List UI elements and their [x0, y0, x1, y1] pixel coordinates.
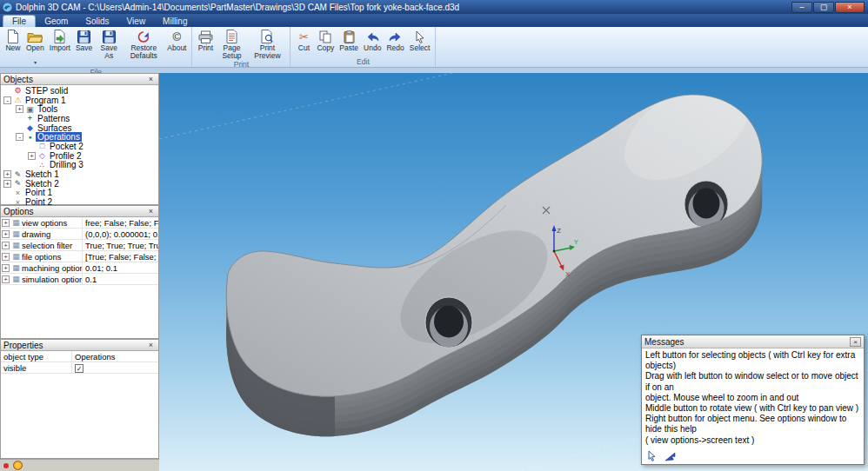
option-grid-icon	[11, 275, 21, 283]
page-setup-button[interactable]: Page Setup	[216, 28, 247, 60]
printer-icon	[198, 29, 213, 44]
print-preview-button[interactable]: Print Preview	[247, 28, 287, 60]
objects-panel-close-icon[interactable]: ×	[146, 75, 156, 83]
tab-view[interactable]: View	[118, 16, 155, 27]
ribbon-group-file: New Open Import	[0, 27, 192, 67]
expand-expander-icon[interactable]	[2, 242, 10, 249]
tree-item-point-2[interactable]: Point 2	[1, 197, 158, 205]
collapse-expander-icon[interactable]	[3, 96, 11, 104]
undo-button[interactable]: Undo	[361, 28, 384, 57]
tree-item-patterns[interactable]: Patterns	[1, 114, 158, 123]
sidebar-bottom-bar	[0, 459, 159, 471]
tab-geom[interactable]: Geom	[36, 16, 77, 27]
expand-expander-icon[interactable]	[2, 219, 10, 227]
open-button[interactable]: Open	[23, 28, 47, 68]
tree-item-sketch-2[interactable]: Sketch 2	[1, 179, 158, 189]
redo-arrow-icon	[389, 29, 403, 44]
tree-item-profile-2[interactable]: Profile 2	[1, 151, 158, 161]
property-row-visible: visible	[1, 362, 158, 374]
option-grid-icon	[11, 229, 21, 238]
drilling-icon	[37, 161, 47, 169]
maximize-button[interactable]: ▢	[813, 2, 834, 13]
point-icon	[13, 198, 23, 205]
properties-panel: Properties × object type Operations visi…	[0, 339, 159, 459]
tree-item-sketch-1[interactable]: Sketch 1	[1, 169, 158, 179]
redo-button[interactable]: Redo	[384, 28, 406, 57]
properties-panel-header: Properties ×	[1, 340, 158, 351]
pan-flag-icon[interactable]	[664, 451, 677, 461]
help-lifebuoy-icon[interactable]	[3, 463, 9, 468]
message-line: Middle button to rotate view ( with Ctrl…	[645, 403, 860, 414]
ribbon-toolbar: New Open Import	[0, 27, 868, 68]
collapse-expander-icon[interactable]	[16, 133, 23, 141]
option-row-machining-options[interactable]: machining options 0.01; 0.1	[1, 262, 158, 274]
visible-checkbox[interactable]	[75, 364, 83, 373]
new-button[interactable]: New	[3, 28, 23, 68]
save-floppy-icon	[77, 29, 90, 44]
tree-item-point-1[interactable]: Point 1	[1, 189, 158, 198]
cut-button[interactable]: Cut	[293, 28, 314, 57]
import-button[interactable]: Import	[47, 28, 73, 68]
title-bar: Dolphin 3D CAM - C:\Users\Admin-14\Docum…	[0, 0, 868, 14]
option-row-simulation-options[interactable]: simulation options 0.1	[1, 274, 158, 285]
expand-expander-icon[interactable]	[2, 230, 10, 238]
application-window: Dolphin 3D CAM - C:\Users\Admin-14\Docum…	[0, 0, 868, 471]
save-as-button[interactable]: Save As	[95, 28, 123, 68]
properties-panel-close-icon[interactable]: ×	[146, 341, 156, 349]
patterns-icon	[25, 114, 35, 123]
select-button[interactable]: Select	[407, 28, 433, 57]
expand-expander-icon[interactable]	[3, 180, 11, 188]
select-cursor-icon	[415, 29, 425, 44]
print-button[interactable]: Print	[195, 28, 216, 60]
tree-item-program-1[interactable]: Program 1	[1, 96, 158, 105]
expand-expander-icon[interactable]	[3, 170, 11, 178]
messages-body: Left button for selecting objects ( with…	[642, 348, 864, 448]
tree-item-operations[interactable]: Operations	[1, 132, 158, 142]
objects-panel-title: Objects	[3, 75, 33, 84]
tree-item-drilling-3[interactable]: Drilling 3	[1, 161, 158, 170]
ribbon-group-label-print: Print	[195, 60, 287, 70]
option-row-selection-filter[interactable]: selection filter True; True; True; True;…	[1, 240, 158, 251]
close-button[interactable]: ×	[835, 2, 865, 13]
messages-close-icon[interactable]: ×	[850, 337, 861, 347]
expand-expander-icon[interactable]	[2, 253, 10, 261]
message-line: ( view options->screen text )	[645, 435, 860, 446]
select-cursor-icon[interactable]	[647, 450, 658, 461]
save-button[interactable]: Save	[73, 28, 95, 68]
tab-milling[interactable]: Milling	[154, 16, 196, 27]
solid-icon	[13, 86, 23, 95]
minimize-button[interactable]: –	[791, 2, 812, 13]
tools-icon	[25, 105, 35, 114]
undo-arrow-icon	[365, 29, 379, 44]
tree-item-step-solid[interactable]: STEP solid	[1, 86, 158, 96]
open-dropdown-arrow[interactable]	[34, 52, 37, 68]
about-button[interactable]: About	[164, 28, 189, 68]
y-axis-label: Y	[574, 239, 578, 245]
paste-button[interactable]: Paste	[337, 28, 361, 57]
option-row-view-options[interactable]: view options free; False; False; False; …	[1, 217, 158, 229]
expand-expander-icon[interactable]	[2, 264, 10, 272]
message-line: Drag with left button to window select o…	[645, 371, 860, 392]
window-title: Dolphin 3D CAM - C:\Users\Admin-14\Docum…	[16, 3, 791, 12]
import-icon	[53, 29, 66, 44]
option-row-drawing[interactable]: drawing (0,0,0); 0.000001; 0.01; 0.1;	[1, 229, 158, 240]
messages-title-bar[interactable]: Messages ×	[642, 335, 864, 348]
warning-icon	[13, 96, 23, 104]
option-row-file-options[interactable]: file options [True; False; False; _DOT_,	[1, 251, 158, 262]
copy-button[interactable]: Copy	[314, 28, 337, 57]
tree-item-surfaces[interactable]: Surfaces	[1, 123, 158, 133]
expand-expander-icon[interactable]	[16, 105, 23, 113]
tab-solids[interactable]: Solids	[77, 16, 117, 27]
ribbon-group-print: Print Page Setup Print Preview Print	[192, 27, 290, 67]
restore-defaults-button[interactable]: Restore Defaults	[123, 28, 164, 68]
tree-item-tools[interactable]: Tools	[1, 104, 158, 114]
expand-expander-icon[interactable]	[28, 152, 36, 160]
option-grid-icon	[11, 252, 21, 261]
viewport-3d[interactable]: Z Y X Messages × Left button for selecti…	[159, 73, 868, 471]
dolphin-logo-icon[interactable]	[13, 461, 23, 470]
tree-item-pocket-2[interactable]: Pocket 2	[1, 142, 158, 151]
scissors-icon	[299, 29, 309, 44]
expand-expander-icon[interactable]	[2, 275, 10, 283]
options-panel-close-icon[interactable]: ×	[146, 207, 156, 216]
tab-file[interactable]: File	[3, 15, 36, 27]
